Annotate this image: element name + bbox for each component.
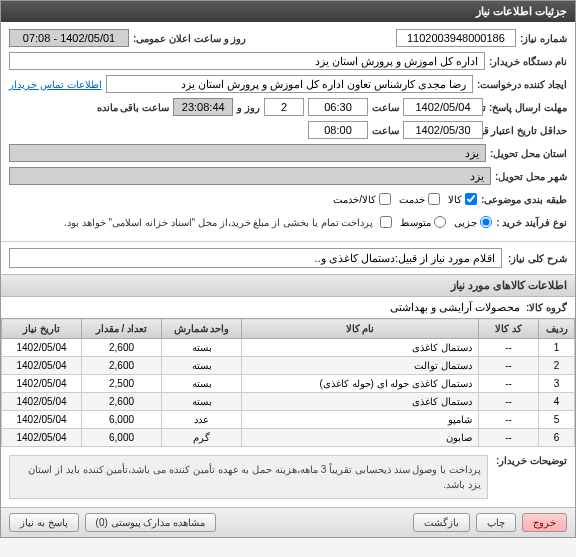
days-value-field: 2	[264, 98, 304, 116]
cell-qty: 6,000	[82, 411, 162, 429]
main-window: جزئیات اطلاعات نیاز شماره نیاز: 11020039…	[0, 0, 576, 538]
remain-time-field: 23:08:44	[173, 98, 233, 116]
proc-medium-radio[interactable]	[434, 216, 446, 228]
cell-qty: 2,500	[82, 375, 162, 393]
return-button[interactable]: بازگشت	[413, 513, 470, 532]
need-number-label: شماره نیاز:	[520, 33, 567, 44]
desc-row: شرح کلی نیاز:	[1, 241, 575, 274]
group-value: محصولات آرایشی و بهداشتی	[390, 301, 520, 314]
table-row[interactable]: 3--دستمال کاغذی حوله ای (حوله کاغذی)بسته…	[2, 375, 575, 393]
bottom-bar: خروج چاپ بازگشت مشاهده مدارک پیوستی (0) …	[1, 507, 575, 537]
proc-partial-label: جزیی	[454, 217, 477, 228]
proc-note-checkbox[interactable]	[380, 216, 392, 228]
cell-date: 1402/05/04	[2, 357, 82, 375]
cat-service-item[interactable]: خدمت	[399, 193, 440, 205]
cell-row: 3	[539, 375, 575, 393]
buyer-desc-label: توضیحات خریدار:	[496, 455, 567, 466]
th-date: تاریخ نیاز	[2, 319, 82, 339]
reply-button[interactable]: پاسخ به نیاز	[9, 513, 79, 532]
attachments-button[interactable]: مشاهده مدارک پیوستی (0)	[85, 513, 217, 532]
cell-row: 5	[539, 411, 575, 429]
print-button[interactable]: چاپ	[476, 513, 516, 532]
buyer-desc-text: پرداخت با وصول سند ذیحسابی تقریباً 3 ماه…	[9, 455, 488, 499]
table-row[interactable]: 1--دستمال کاغذیبسته2,6001402/05/04	[2, 339, 575, 357]
table-row[interactable]: 4--دستمال کاغذیبسته2,6001402/05/04	[2, 393, 575, 411]
cell-qty: 2,600	[82, 339, 162, 357]
cat-goods-service-checkbox[interactable]	[379, 193, 391, 205]
creator-field: رضا مجدی کارشناس تعاون اداره کل اموزش و …	[106, 75, 474, 93]
cell-qty: 2,600	[82, 393, 162, 411]
cat-service-label: خدمت	[399, 194, 425, 205]
cell-name: صابون	[242, 429, 479, 447]
th-code: کد کالا	[479, 319, 539, 339]
exit-button[interactable]: خروج	[522, 513, 567, 532]
cell-qty: 6,000	[82, 429, 162, 447]
table-row[interactable]: 2--دستمال توالتبسته2,6001402/05/04	[2, 357, 575, 375]
cat-goods-label: کالا	[448, 194, 462, 205]
row-buyer-org: نام دستگاه خریدار: اداره کل اموزش و پرور…	[9, 51, 567, 71]
row-creator: ایجاد کننده درخواست: رضا مجدی کارشناس تع…	[9, 74, 567, 94]
row-category: طبقه بندی موضوعی: کالا خدمت کالا/خدمت	[9, 189, 567, 209]
items-tbody: 1--دستمال کاغذیبسته2,6001402/05/042--دست…	[2, 339, 575, 447]
row-need-number: شماره نیاز: 1102003948000186 روز و ساعت …	[9, 28, 567, 48]
creator-label: ایجاد کننده درخواست:	[477, 79, 567, 90]
cat-service-checkbox[interactable]	[428, 193, 440, 205]
validity-date-field: 1402/05/30	[403, 121, 483, 139]
cell-unit: گرم	[162, 429, 242, 447]
cell-name: دستمال کاغذی	[242, 339, 479, 357]
validity-time-field: 08:00	[308, 121, 368, 139]
validity-label: حداقل تاریخ اعتبار قیمت: تا تاریخ:	[487, 125, 567, 136]
row-province: استان محل تحویل: یزد	[9, 143, 567, 163]
desc-label: شرح کلی نیاز:	[508, 253, 567, 264]
time-label-2: ساعت	[372, 125, 399, 136]
window-title: جزئیات اطلاعات نیاز	[476, 5, 567, 17]
cell-unit: بسته	[162, 375, 242, 393]
category-group: کالا خدمت کالا/خدمت	[333, 193, 477, 205]
table-row[interactable]: 6--صابونگرم6,0001402/05/04	[2, 429, 575, 447]
reply-label: پاسخ به نیاز	[20, 517, 68, 528]
deadline-label: مهلت ارسال پاسخ: تا تاریخ:	[487, 102, 567, 113]
cell-name: دستمال کاغذی	[242, 393, 479, 411]
return-label: بازگشت	[424, 517, 459, 528]
row-process: نوع فرآیند خرید : جزیی متوسط پرداخت تمام…	[9, 212, 567, 232]
proc-note-item: پرداخت تمام یا بخشی از مبلغ خرید،از محل …	[64, 216, 392, 228]
cat-goods-checkbox[interactable]	[465, 193, 477, 205]
cell-row: 2	[539, 357, 575, 375]
table-row[interactable]: 5--شامپوعدد6,0001402/05/04	[2, 411, 575, 429]
category-label: طبقه بندی موضوعی:	[481, 194, 567, 205]
province-field: یزد	[9, 144, 486, 162]
cell-name: دستمال توالت	[242, 357, 479, 375]
th-row: ردیف	[539, 319, 575, 339]
cell-name: شامپو	[242, 411, 479, 429]
city-field: یزد	[9, 167, 491, 185]
cell-unit: عدد	[162, 411, 242, 429]
print-label: چاپ	[487, 517, 505, 528]
proc-partial-radio[interactable]	[480, 216, 492, 228]
cell-date: 1402/05/04	[2, 375, 82, 393]
table-header-row: ردیف کد کالا نام کالا واحد شمارش تعداد /…	[2, 319, 575, 339]
cell-code: --	[479, 411, 539, 429]
deadline-date-field: 1402/05/04	[403, 98, 483, 116]
buyer-org-field: اداره کل اموزش و پرورش استان یزد	[9, 52, 485, 70]
time-label-1: ساعت	[372, 102, 399, 113]
cell-row: 6	[539, 429, 575, 447]
attachments-label: مشاهده مدارک پیوستی (0)	[96, 517, 206, 528]
cell-qty: 2,600	[82, 357, 162, 375]
proc-note-text: پرداخت تمام یا بخشی از مبلغ خرید،از محل …	[64, 217, 373, 228]
cat-goods-service-item[interactable]: کالا/خدمت	[333, 193, 391, 205]
proc-medium-label: متوسط	[400, 217, 431, 228]
proc-partial-item[interactable]: جزیی	[454, 216, 492, 228]
th-name: نام کالا	[242, 319, 479, 339]
desc-field[interactable]	[9, 248, 502, 268]
th-qty: تعداد / مقدار	[82, 319, 162, 339]
cell-row: 1	[539, 339, 575, 357]
announce-field: 1402/05/01 - 07:08	[9, 29, 129, 47]
cat-goods-item[interactable]: کالا	[448, 193, 477, 205]
th-unit: واحد شمارش	[162, 319, 242, 339]
proc-medium-item[interactable]: متوسط	[400, 216, 446, 228]
cell-code: --	[479, 429, 539, 447]
cell-code: --	[479, 375, 539, 393]
cell-code: --	[479, 393, 539, 411]
contact-link[interactable]: اطلاعات تماس خریدار	[9, 79, 102, 90]
items-section-header: اطلاعات کالاهای مورد نیاز	[1, 274, 575, 297]
